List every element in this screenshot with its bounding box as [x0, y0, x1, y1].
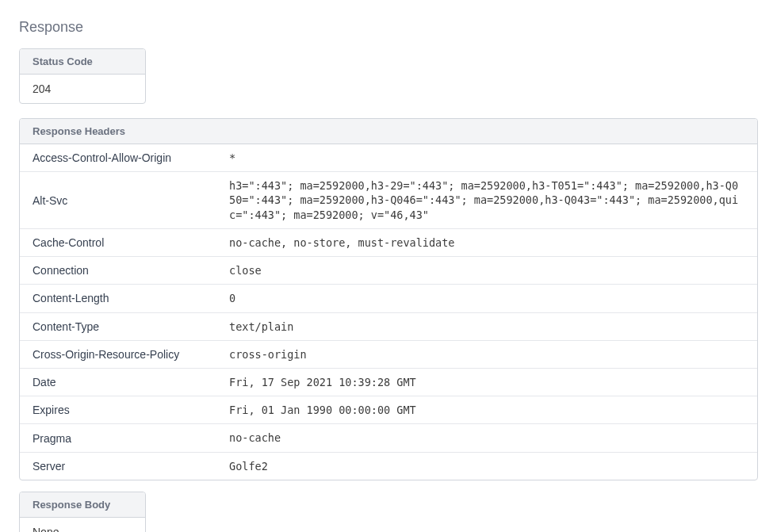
header-key: Cross-Origin-Resource-Policy [20, 340, 216, 368]
header-key: Date [20, 368, 216, 396]
table-row: Content-Typetext/plain [20, 312, 757, 340]
header-value: text/plain [216, 312, 757, 340]
header-value: 0 [216, 285, 757, 312]
header-key: Access-Control-Allow-Origin [20, 144, 216, 172]
response-body-value: None [20, 518, 145, 532]
table-row: Pragmano-cache [20, 424, 757, 452]
response-headers-box: Response Headers Access-Control-Allow-Or… [19, 118, 758, 480]
header-value: cross-origin [216, 340, 757, 368]
response-body-box: Response Body None [19, 492, 146, 532]
header-key: Pragma [20, 424, 216, 452]
table-row: Cache-Controlno-cache, no-store, must-re… [20, 228, 757, 256]
header-value: no-cache, no-store, must-revalidate [216, 228, 757, 256]
table-row: ServerGolfe2 [20, 452, 757, 480]
table-row: ExpiresFri, 01 Jan 1990 00:00:00 GMT [20, 396, 757, 424]
header-value: Golfe2 [216, 452, 757, 480]
header-key: Cache-Control [20, 228, 216, 256]
header-value: h3=":443"; ma=2592000,h3-29=":443"; ma=2… [216, 172, 757, 229]
status-code-label: Status Code [20, 49, 145, 75]
header-value: * [216, 144, 757, 172]
header-value: Fri, 01 Jan 1990 00:00:00 GMT [216, 396, 757, 424]
response-headers-table: Access-Control-Allow-Origin*Alt-Svch3=":… [20, 144, 757, 480]
header-value: close [216, 257, 757, 285]
table-row: Content-Length0 [20, 285, 757, 312]
header-value: no-cache [216, 424, 757, 452]
table-row: Connectionclose [20, 257, 757, 285]
table-row: DateFri, 17 Sep 2021 10:39:28 GMT [20, 368, 757, 396]
header-value: Fri, 17 Sep 2021 10:39:28 GMT [216, 368, 757, 396]
page-title: Response [19, 19, 758, 36]
header-key: Server [20, 452, 216, 480]
response-headers-label: Response Headers [20, 119, 757, 144]
header-key: Content-Length [20, 285, 216, 312]
status-code-box: Status Code 204 [19, 48, 146, 104]
table-row: Access-Control-Allow-Origin* [20, 144, 757, 172]
table-row: Alt-Svch3=":443"; ma=2592000,h3-29=":443… [20, 172, 757, 229]
header-key: Alt-Svc [20, 172, 216, 229]
header-key: Expires [20, 396, 216, 424]
header-key: Connection [20, 257, 216, 285]
status-code-value: 204 [20, 75, 145, 103]
header-key: Content-Type [20, 312, 216, 340]
table-row: Cross-Origin-Resource-Policycross-origin [20, 340, 757, 368]
response-body-label: Response Body [20, 492, 145, 518]
